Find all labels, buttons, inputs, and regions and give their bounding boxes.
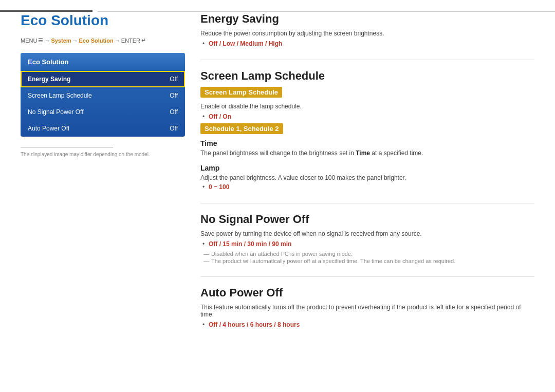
menu-item-auto-power[interactable]: Auto Power Off Off [21,120,185,137]
energy-saving-option: Off / Low / Medium / High [209,40,534,47]
no-signal-note-1: Disabled when an attached PC is in power… [200,251,534,257]
energy-saving-desc: Reduce the power consumption by adjustin… [200,30,534,37]
menu-item-auto-power-value: Off [170,125,178,132]
auto-power-options: Off / 4 hours / 6 hours / 8 hours [200,321,534,328]
screen-lamp-option: Off / On [209,113,534,120]
sub-section-time: Time The panel brightness will change to… [200,139,534,157]
menu-item-energy-saving-label: Energy Saving [28,76,70,83]
no-signal-note-2: The product will automatically power off… [200,258,534,264]
screen-lamp-badge-options: Off / On [200,113,534,120]
energy-saving-options: Off / Low / Medium / High [200,40,534,47]
auto-power-option: Off / 4 hours / 6 hours / 8 hours [209,321,534,328]
no-signal-options: Off / 15 min / 30 min / 90 min [200,240,534,248]
page-title: Eco Solution [21,12,185,29]
lamp-options: 0 ~ 100 [200,183,534,191]
screen-lamp-badge-desc: Enable or disable the lamp schedule. [200,103,534,110]
lamp-option-text: 0 ~ 100 [209,183,229,191]
screen-lamp-title: Screen Lamp Schedule [200,69,534,83]
divider-3 [200,276,534,277]
menu-item-no-signal-value: Off [170,108,178,116]
top-bar-accent [0,10,92,12]
system-link: System [51,38,71,44]
divider [21,147,113,147]
energy-saving-option-text: Off / Low / Medium / High [209,40,282,47]
menu-item-auto-power-label: Auto Power Off [28,125,69,132]
sub-section-lamp: Lamp Adjust the panel brightness. A valu… [200,164,534,191]
top-bar-line [98,11,555,12]
arrow1: → [44,38,50,44]
no-signal-desc: Save power by turning the device off whe… [200,230,534,237]
time-desc: The panel brightness will change to the … [200,150,534,157]
lamp-desc: Adjust the panel brightness. A value clo… [200,174,534,181]
menu-item-screen-lamp-label: Screen Lamp Schedule [28,92,92,99]
eco-menu: Eco Solution Energy Saving Off Screen La… [21,53,185,137]
section-screen-lamp: Screen Lamp Schedule Screen Lamp Schedul… [200,69,534,191]
time-bold: Time [356,150,370,157]
image-note: The displayed image may differ depending… [21,152,185,157]
eco-menu-title: Eco Solution [21,53,185,71]
no-signal-option: Off / 15 min / 30 min / 90 min [209,240,534,248]
menu-item-screen-lamp[interactable]: Screen Lamp Schedule Off [21,87,185,104]
main-container: Eco Solution MENU ☰ → System → Eco Solut… [0,2,555,356]
menu-item-screen-lamp-value: Off [170,92,178,99]
energy-saving-title: Energy Saving [200,12,534,26]
right-panel: Energy Saving Reduce the power consumpti… [200,12,534,341]
section-auto-power: Auto Power Off This feature automaticall… [200,286,534,328]
no-signal-title: No Signal Power Off [200,213,534,226]
auto-power-title: Auto Power Off [200,286,534,300]
enter-symbol: ↵ [141,37,146,44]
lamp-title: Lamp [200,164,534,172]
schedule-badge: Schedule 1, Schedule 2 [200,123,283,134]
menu-prefix: MENU [21,38,37,44]
divider-1 [200,60,534,60]
lamp-option: 0 ~ 100 [209,183,534,191]
menu-item-no-signal-label: No Signal Power Off [28,108,84,116]
eco-solution-link: Eco Solution [79,38,114,44]
menu-item-energy-saving[interactable]: Energy Saving Off [21,71,185,87]
divider-2 [200,203,534,203]
time-title: Time [200,139,534,147]
menu-path: MENU ☰ → System → Eco Solution → ENTER ↵ [21,37,185,44]
section-energy-saving: Energy Saving Reduce the power consumpti… [200,12,534,47]
menu-item-energy-saving-value: Off [170,76,178,83]
menu-symbol: ☰ [38,37,43,44]
menu-item-no-signal[interactable]: No Signal Power Off Off [21,104,185,120]
screen-lamp-badge: Screen Lamp Schedule [200,87,282,98]
auto-power-desc: This feature automatically turns off the… [200,304,534,318]
enter-label: ENTER [121,38,140,44]
arrow3: → [115,38,120,44]
screen-lamp-option-text: Off / On [209,113,231,120]
section-no-signal: No Signal Power Off Save power by turnin… [200,213,534,264]
auto-power-option-text: Off / 4 hours / 6 hours / 8 hours [209,321,300,328]
no-signal-option-text: Off / 15 min / 30 min / 90 min [209,240,291,248]
arrow2: → [72,38,78,44]
left-panel: Eco Solution MENU ☰ → System → Eco Solut… [21,12,185,341]
